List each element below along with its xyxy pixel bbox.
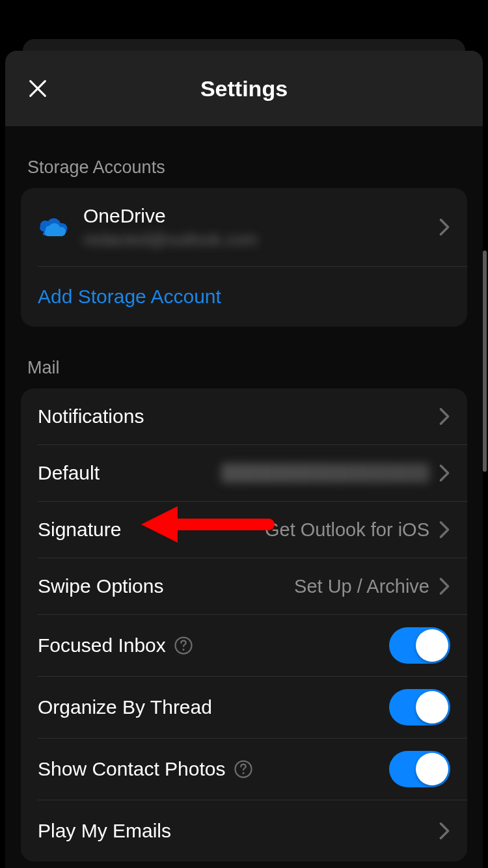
chevron-right-icon <box>439 822 450 840</box>
notifications-row[interactable]: Notifications <box>21 388 467 444</box>
chevron-right-icon <box>439 218 450 236</box>
swipe-options-label: Swipe Options <box>38 575 163 597</box>
chevron-right-icon <box>439 577 450 595</box>
header-bar: Settings <box>5 51 483 126</box>
help-icon[interactable] <box>234 759 253 779</box>
notifications-label: Notifications <box>38 405 144 427</box>
play-my-emails-row[interactable]: Play My Emails <box>21 800 467 861</box>
chevron-right-icon <box>439 407 450 426</box>
close-button[interactable] <box>23 74 52 103</box>
onedrive-row[interactable]: OneDrive redacted@outlook.com <box>21 188 467 266</box>
svg-point-3 <box>182 649 184 651</box>
settings-scroll-content[interactable]: Storage Accounts OneDrive redacted@outlo… <box>5 126 483 868</box>
signature-value: Get Outlook for iOS <box>265 519 429 541</box>
default-account-row[interactable]: Default <box>21 445 467 501</box>
add-storage-account-label: Add Storage Account <box>38 286 221 308</box>
section-label-storage: Storage Accounts <box>27 157 467 178</box>
help-icon[interactable] <box>174 636 193 655</box>
chevron-right-icon <box>439 521 450 539</box>
mail-settings-card: Notifications Default Signature Get Ou <box>21 388 467 861</box>
onedrive-title: OneDrive <box>83 205 439 227</box>
onedrive-email: redacted@outlook.com <box>83 230 439 250</box>
close-icon <box>27 77 49 100</box>
organize-by-thread-label: Organize By Thread <box>38 696 212 718</box>
onedrive-icon <box>38 216 83 238</box>
swipe-options-value: Set Up / Archive <box>294 576 429 597</box>
settings-sheet: Settings Storage Accounts OneDrive redac… <box>5 51 483 868</box>
show-contact-photos-row: Show Contact Photos <box>21 739 467 800</box>
scrollbar[interactable] <box>483 251 487 472</box>
signature-row[interactable]: Signature Get Outlook for iOS <box>21 502 467 558</box>
swipe-options-row[interactable]: Swipe Options Set Up / Archive <box>21 558 467 614</box>
default-value <box>221 463 429 483</box>
page-title: Settings <box>5 76 483 102</box>
signature-label: Signature <box>38 519 121 541</box>
section-label-mail: Mail <box>27 358 467 378</box>
svg-point-5 <box>242 772 244 774</box>
focused-inbox-row: Focused Inbox <box>21 615 467 676</box>
storage-accounts-card: OneDrive redacted@outlook.com Add Storag… <box>21 188 467 327</box>
organize-by-thread-row: Organize By Thread <box>21 677 467 738</box>
focused-inbox-toggle[interactable] <box>389 627 450 664</box>
show-contact-photos-toggle[interactable] <box>389 751 450 787</box>
add-storage-account-row[interactable]: Add Storage Account <box>21 267 467 327</box>
default-label: Default <box>38 462 100 484</box>
play-my-emails-label: Play My Emails <box>38 820 171 842</box>
show-contact-photos-label: Show Contact Photos <box>38 758 226 780</box>
chevron-right-icon <box>439 464 450 482</box>
focused-inbox-label: Focused Inbox <box>38 634 166 657</box>
organize-by-thread-toggle[interactable] <box>389 689 450 726</box>
